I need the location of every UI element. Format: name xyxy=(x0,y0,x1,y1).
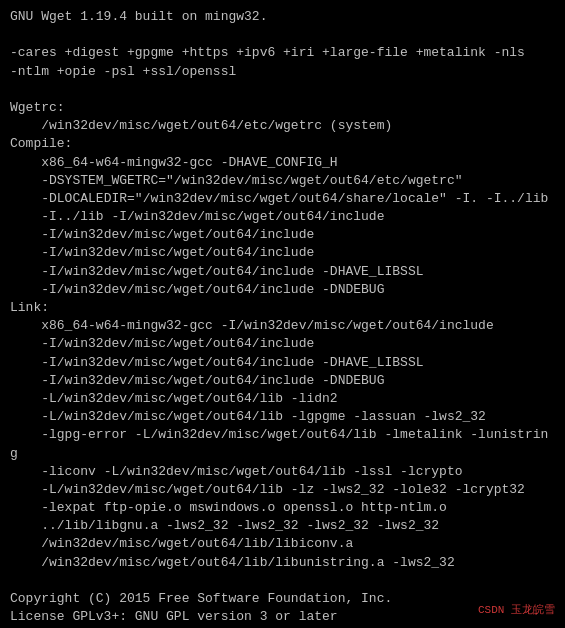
watermark: CSDN 玉龙皖雪 xyxy=(478,603,555,618)
terminal-output: GNU Wget 1.19.4 built on mingw32. -cares… xyxy=(10,8,555,628)
